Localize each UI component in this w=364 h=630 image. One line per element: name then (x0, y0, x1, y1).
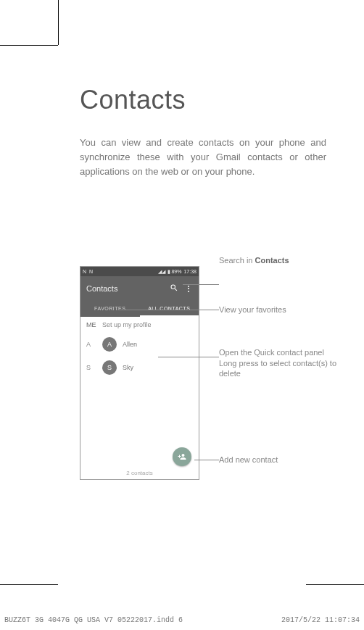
callout-open-panel: Open the Quick contact panel (219, 347, 342, 357)
callout-search-pre: Search in (219, 256, 255, 265)
add-person-icon (178, 452, 186, 461)
footer-left: BUZZ6T 3G 4047G QG USA V7 05222017.indd … (4, 616, 183, 624)
more-icon[interactable] (184, 284, 193, 293)
intro-paragraph: You can view and create contacts on your… (80, 136, 326, 179)
tab-favorites[interactable]: FAVORITES (80, 301, 140, 317)
status-bar: N N ◢◢ ▮ 89% 17:38 (80, 267, 199, 276)
leader-add-new (194, 460, 219, 460)
row-sky[interactable]: S S Sky (80, 356, 199, 379)
me-text: Set up my profile (102, 321, 152, 328)
callout-favorites: View your favorites (219, 304, 286, 315)
page-content: Contacts You can view and create contact… (58, 45, 364, 585)
me-label: ME (86, 321, 96, 328)
row-me[interactable]: ME Set up my profile (80, 317, 199, 333)
add-contact-fab[interactable] (173, 447, 191, 466)
search-icon[interactable] (170, 282, 178, 295)
leader-search (183, 284, 219, 285)
phone-mockup: N N ◢◢ ▮ 89% 17:38 Contacts FAVORITES AL… (80, 266, 199, 480)
footer-right: 2017/5/22 11:07:34 (281, 616, 360, 624)
signal-icon: ◢◢ (158, 269, 165, 275)
figure: N N ◢◢ ▮ 89% 17:38 Contacts FAVORITES AL… (80, 262, 335, 509)
callout-add-new: Add new contact (219, 455, 278, 465)
app-bar-title: Contacts (86, 284, 170, 293)
leader-favorites (117, 310, 219, 310)
avatar-allen: A (102, 337, 117, 352)
tabs: FAVORITES ALL CONTACTS (80, 301, 199, 317)
page-title: Contacts (80, 85, 335, 115)
contact-list: ME Set up my profile A A Allen S S Sky (80, 317, 199, 379)
name-allen: Allen (123, 341, 137, 348)
avatar-sky: S (102, 360, 117, 375)
callout-search-bold: Contacts (255, 256, 289, 265)
app-bar: Contacts (80, 276, 199, 301)
contact-count: 2 contacts (80, 467, 199, 479)
callout-long-press: Long press to select contact(s) to delet… (219, 358, 342, 379)
battery-text: ▮ 89% (167, 269, 182, 275)
doc-footer: BUZZ6T 3G 4047G QG USA V7 05222017.indd … (0, 616, 364, 624)
row-allen[interactable]: A A Allen (80, 333, 199, 356)
tab-all-contacts[interactable]: ALL CONTACTS (140, 301, 199, 317)
section-s: S (86, 364, 96, 371)
callout-quick-contact: Open the Quick contact panel Long press … (219, 347, 342, 378)
section-a: A (86, 341, 96, 348)
status-left: N N (83, 269, 156, 274)
callout-search: Search in Contacts (219, 255, 289, 265)
leader-quick-contact (158, 357, 219, 357)
clock-text: 17:38 (183, 269, 197, 274)
name-sky: Sky (123, 364, 133, 371)
